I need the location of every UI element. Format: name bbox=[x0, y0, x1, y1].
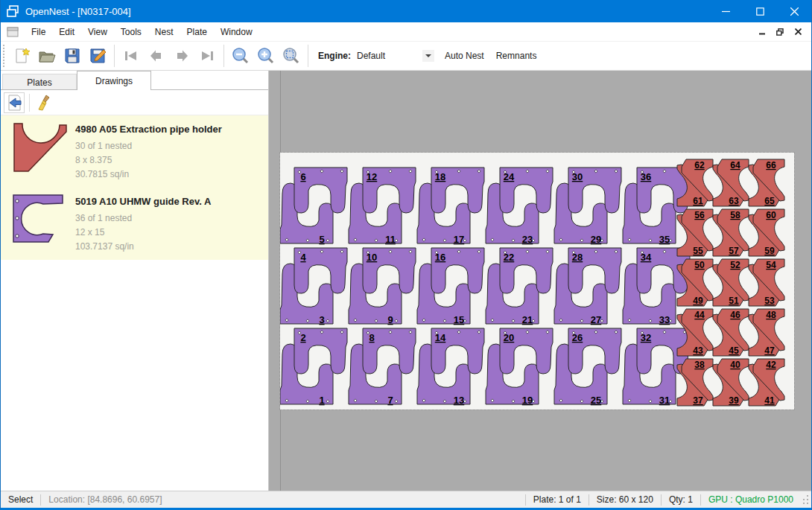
drawing-item[interactable]: 4980 A05 Extraction pipe holder 30 of 1 … bbox=[1, 115, 268, 188]
status-bar: Select Location: [84.8696, 60.6957] Plat… bbox=[1, 491, 811, 508]
nest-pair-red[interactable]: 4847 bbox=[749, 309, 784, 356]
svg-text:12: 12 bbox=[367, 171, 377, 182]
plate[interactable]: 6543211211109871817161514132423222120193… bbox=[280, 153, 794, 409]
nav-last-button[interactable] bbox=[194, 44, 220, 68]
svg-text:28: 28 bbox=[572, 252, 583, 263]
svg-text:48: 48 bbox=[766, 310, 776, 320]
drawing-shape-red bbox=[14, 124, 66, 171]
svg-text:44: 44 bbox=[694, 310, 705, 320]
app-icon bbox=[6, 4, 19, 18]
zoom-in-button[interactable] bbox=[253, 44, 279, 68]
import-drawing-button[interactable] bbox=[4, 92, 25, 113]
svg-text:52: 52 bbox=[730, 260, 740, 270]
remnants-button[interactable]: Remnants bbox=[490, 46, 543, 66]
nest-pair-purple[interactable]: 2827 bbox=[554, 248, 621, 325]
nest-pair-purple[interactable]: 43 bbox=[280, 248, 347, 325]
drawing-item[interactable]: 5019 A10 UHMW guide Rev. A 36 of 1 neste… bbox=[1, 188, 268, 260]
menu-item-window[interactable]: Window bbox=[214, 24, 259, 40]
nest-pair-purple[interactable]: 3433 bbox=[623, 248, 690, 325]
svg-text:43: 43 bbox=[693, 345, 703, 356]
nest-pair-red[interactable]: 5857 bbox=[713, 209, 749, 256]
nav-first-button[interactable] bbox=[118, 44, 144, 68]
nest-pair-purple[interactable]: 109 bbox=[349, 248, 416, 325]
new-file-button[interactable] bbox=[9, 44, 34, 68]
nest-pair-red[interactable]: 4241 bbox=[749, 359, 784, 406]
menu-item-nest[interactable]: Nest bbox=[148, 24, 180, 40]
menu-item-edit[interactable]: Edit bbox=[52, 24, 81, 40]
toolbar-grip[interactable] bbox=[3, 45, 9, 67]
svg-text:42: 42 bbox=[766, 360, 776, 370]
nest-pair-purple[interactable]: 1211 bbox=[349, 168, 416, 245]
svg-text:20: 20 bbox=[504, 332, 514, 343]
nav-next-icon bbox=[173, 47, 191, 65]
clear-drawings-button[interactable] bbox=[34, 92, 55, 113]
resize-grip[interactable] bbox=[801, 494, 810, 506]
nest-pair-purple[interactable]: 1615 bbox=[417, 248, 484, 325]
nest-pair-purple[interactable]: 21 bbox=[280, 328, 347, 406]
svg-text:51: 51 bbox=[729, 296, 739, 306]
svg-text:27: 27 bbox=[591, 314, 601, 325]
nest-pair-red[interactable]: 5453 bbox=[749, 259, 784, 306]
import-arrow-icon bbox=[6, 95, 22, 111]
nest-pair-purple[interactable]: 2221 bbox=[486, 248, 553, 325]
nest-pair-red[interactable]: 4645 bbox=[713, 309, 749, 356]
svg-text:32: 32 bbox=[641, 332, 651, 343]
mdi-restore-button[interactable] bbox=[773, 25, 787, 39]
zoom-fit-button[interactable] bbox=[279, 44, 304, 68]
svg-text:18: 18 bbox=[435, 171, 445, 182]
tab-plates[interactable]: Plates bbox=[2, 74, 77, 90]
nest-pair-red[interactable]: 4039 bbox=[713, 359, 749, 406]
minimize-button[interactable] bbox=[708, 0, 743, 22]
svg-text:23: 23 bbox=[522, 234, 533, 245]
drawing-list: 4980 A05 Extraction pipe holder 30 of 1 … bbox=[1, 115, 268, 260]
tab-drawings[interactable]: Drawings bbox=[77, 71, 151, 90]
menu-item-view[interactable]: View bbox=[81, 24, 114, 40]
status-location: Location: [84.8696, 60.6957] bbox=[41, 494, 169, 505]
nest-pair-red[interactable]: 3837 bbox=[677, 359, 713, 406]
save-button[interactable] bbox=[60, 44, 85, 68]
svg-text:41: 41 bbox=[764, 395, 775, 406]
svg-text:66: 66 bbox=[766, 160, 776, 170]
nest-pair-red[interactable]: 5655 bbox=[677, 209, 713, 256]
svg-text:10: 10 bbox=[367, 252, 377, 263]
nest-pair-purple[interactable]: 65 bbox=[280, 168, 347, 245]
nest-pair-red[interactable]: 6665 bbox=[749, 159, 784, 206]
auto-nest-button[interactable]: Auto Nest bbox=[439, 46, 490, 66]
nest-pair-purple[interactable]: 87 bbox=[349, 328, 416, 406]
nest-canvas[interactable]: 6543211211109871817161514132423222120193… bbox=[269, 71, 811, 491]
nest-pair-purple[interactable]: 2019 bbox=[486, 328, 553, 406]
svg-text:45: 45 bbox=[729, 345, 739, 356]
nest-pair-purple[interactable]: 1413 bbox=[417, 328, 484, 406]
menu-item-plate[interactable]: Plate bbox=[180, 24, 214, 40]
mdi-close-button[interactable] bbox=[790, 25, 805, 39]
svg-text:15: 15 bbox=[454, 314, 464, 325]
nav-previous-icon bbox=[148, 47, 165, 65]
nest-pair-purple[interactable]: 3029 bbox=[554, 168, 621, 245]
svg-text:65: 65 bbox=[764, 196, 775, 206]
engine-combobox[interactable]: Default bbox=[355, 48, 434, 64]
svg-text:33: 33 bbox=[659, 314, 670, 325]
nav-next-button[interactable] bbox=[169, 44, 194, 68]
nav-first-icon bbox=[122, 47, 140, 65]
svg-text:59: 59 bbox=[764, 246, 775, 256]
mdi-minimize-button[interactable] bbox=[755, 25, 770, 39]
nest-pair-red[interactable]: 5251 bbox=[713, 259, 749, 306]
save-as-button[interactable] bbox=[85, 44, 110, 68]
zoom-out-button[interactable] bbox=[228, 44, 253, 68]
nest-pair-purple[interactable]: 2625 bbox=[554, 328, 621, 406]
title-bar: OpenNest - [N0317-004] bbox=[1, 0, 811, 22]
maximize-button[interactable] bbox=[743, 0, 777, 22]
open-file-button[interactable] bbox=[34, 44, 60, 68]
menu-item-tools[interactable]: Tools bbox=[114, 24, 148, 40]
nav-previous-button[interactable] bbox=[144, 44, 169, 68]
svg-text:30: 30 bbox=[572, 171, 583, 182]
nest-pair-red[interactable]: 6463 bbox=[713, 159, 749, 206]
app-window: OpenNest - [N0317-004] FileEditViewTools… bbox=[0, 0, 812, 510]
nest-pair-red[interactable]: 6059 bbox=[749, 209, 784, 256]
nest-pair-purple[interactable]: 1817 bbox=[417, 168, 484, 245]
menu-item-file[interactable]: File bbox=[25, 24, 52, 40]
chevron-down-icon[interactable] bbox=[422, 50, 434, 62]
nest-pair-purple[interactable]: 2423 bbox=[486, 168, 553, 245]
svg-text:47: 47 bbox=[764, 345, 775, 356]
close-button[interactable] bbox=[777, 0, 811, 22]
